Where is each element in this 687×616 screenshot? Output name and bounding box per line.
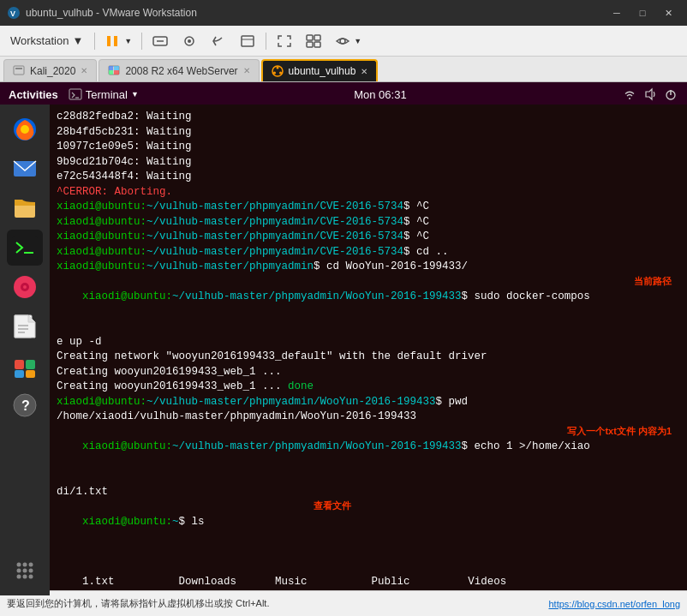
svg-rect-16 (15, 68, 22, 69)
tab-win2008-label: 2008 R2 x64 WebServer (125, 65, 237, 77)
window-title: ubuntu_vulhub - VMware Workstation (26, 7, 605, 19)
svg-rect-12 (307, 42, 313, 47)
sidebar: ? (0, 105, 50, 595)
title-bar: V ubuntu_vulhub - VMware Workstation ─ □… (0, 0, 687, 26)
clock: Mon 06:31 (139, 88, 622, 101)
ubuntu-topbar: Activities Terminal ▼ Mon 06:31 (0, 82, 687, 106)
help-icon: ? (12, 392, 38, 418)
terminal-line-10: xiaodi@ubuntu:~/vulhub-master/phpmyadmin… (57, 245, 680, 260)
tab-win2008-close[interactable]: ✕ (243, 66, 250, 75)
system-tray (622, 87, 678, 102)
terminal-menu-icon (69, 87, 82, 101)
svg-rect-8 (242, 36, 254, 46)
vmware-toolbar: Workstation ▼ ▼ (0, 26, 687, 57)
revert-icon (210, 33, 227, 49)
svg-point-25 (273, 72, 276, 75)
svg-rect-18 (109, 66, 113, 70)
sidebar-item-apps[interactable] (7, 553, 43, 589)
svg-point-14 (340, 39, 345, 44)
music-icon (12, 274, 38, 300)
dropdown-icon: ▼ (72, 34, 83, 47)
files-icon (12, 195, 38, 221)
full-screen-button[interactable] (271, 29, 298, 53)
toolbar-separator-3 (266, 33, 266, 50)
svg-rect-2 (107, 36, 111, 46)
tab-ubuntu-label: ubuntu_vulhub (289, 65, 356, 77)
terminal-line-8: xiaodi@ubuntu:~/vulhub-master/phpmyadmin… (57, 215, 680, 230)
vmware-icon: V (7, 6, 21, 20)
svg-rect-45 (26, 360, 35, 369)
svg-rect-3 (114, 36, 117, 46)
toolbar-separator-2 (141, 33, 142, 50)
terminal-line-9: xiaodi@ubuntu:~/vulhub-master/phpmyadmin… (57, 230, 680, 245)
suspend-button[interactable]: ▼ (99, 29, 137, 53)
svg-rect-15 (14, 66, 24, 75)
revert-button[interactable] (205, 29, 232, 53)
terminal-line-7: xiaodi@ubuntu:~/vulhub-master/phpmyadmin… (57, 200, 680, 215)
apps-grid-icon (13, 559, 37, 583)
snapshot-icon (181, 33, 198, 49)
kali-tab-icon (13, 65, 25, 77)
dropdown-arrow: ▼ (124, 37, 132, 45)
snapshot-button[interactable] (176, 29, 203, 53)
unity-button[interactable] (300, 29, 327, 53)
minimize-button[interactable]: ─ (605, 4, 629, 21)
svg-point-51 (23, 563, 27, 567)
maximize-button[interactable]: □ (630, 4, 654, 21)
tab-win2008[interactable]: 2008 R2 x64 WebServer ✕ (99, 59, 259, 81)
svg-point-53 (17, 569, 21, 573)
svg-point-24 (279, 72, 282, 75)
power-icon[interactable] (663, 87, 678, 102)
svg-point-57 (23, 575, 27, 579)
terminal-line-18: /home/xiaodi/vulhub-master/phpmyadmin/Wo… (57, 410, 680, 425)
volume-icon[interactable] (642, 87, 658, 102)
terminal-line-15: Creating wooyun2016199433_web_1 ... (57, 365, 680, 380)
full-screen-icon (276, 33, 293, 49)
svg-point-50 (17, 563, 21, 567)
url-link[interactable]: https://blog.csdn.net/orfen_long (549, 599, 681, 609)
terminal-line-19: xiaodi@ubuntu:~/vulhub-master/phpmyadmin… (57, 425, 680, 485)
terminal-line-3: 10977c1e09e5: Waiting (57, 140, 680, 155)
tab-ubuntu-close[interactable]: ✕ (361, 67, 367, 76)
firefox-icon (11, 116, 39, 143)
terminal-line-21: xiaodi@ubuntu:~$ ls 查看文件 (57, 499, 680, 559)
terminal-line-13: e up -d (57, 335, 680, 350)
terminal-line-16: Creating wooyun2016199433_web_1 ... done (57, 380, 680, 395)
svg-point-39 (23, 285, 27, 289)
tab-ubuntu[interactable]: ubuntu_vulhub ✕ (261, 59, 379, 81)
sidebar-item-help[interactable]: ? (7, 387, 43, 423)
hint-text: 要返回到您的计算机，请将鼠标指针从虚拟机移出或按 Ctrl+Alt. (7, 597, 549, 610)
terminal-line-11: xiaodi@ubuntu:~/vulhub-master/phpmyadmin… (57, 260, 680, 275)
send-ctrl-alt-del[interactable] (146, 29, 174, 53)
sidebar-item-music[interactable] (7, 269, 43, 305)
terminal-content[interactable]: c28d82fedba2: Waiting 28b4fd5cb231: Wait… (50, 105, 687, 590)
sidebar-item-document[interactable] (7, 308, 43, 344)
vm-settings-button[interactable] (234, 29, 261, 53)
svg-rect-11 (314, 35, 320, 40)
svg-rect-13 (314, 42, 320, 47)
tab-kali[interactable]: Kali_2020 ✕ (3, 59, 97, 81)
sidebar-item-files[interactable] (7, 190, 43, 226)
view-button[interactable]: ▼ (329, 29, 367, 53)
workstation-menu[interactable]: Workstation ▼ (3, 29, 90, 53)
network-icon[interactable] (622, 87, 637, 102)
sidebar-item-firefox[interactable] (7, 111, 43, 147)
activities-button[interactable]: Activities (9, 88, 58, 101)
sidebar-item-terminal[interactable] (7, 230, 43, 266)
svg-rect-10 (307, 35, 313, 40)
terminal-menu[interactable]: Terminal ▼ (69, 87, 139, 101)
close-button[interactable]: ✕ (656, 4, 680, 21)
terminal-line-ls1: 1.txt Downloads Music Public Videos (57, 559, 680, 590)
terminal-label: Terminal (86, 88, 128, 101)
svg-point-7 (188, 39, 191, 43)
terminal-line-4: 9b9cd21b704c: Waiting (57, 155, 680, 170)
sidebar-item-software[interactable] (7, 348, 43, 384)
terminal-line-20: di/1.txt (57, 485, 680, 500)
mail-icon (12, 156, 38, 182)
svg-point-56 (17, 575, 21, 579)
svg-point-54 (23, 569, 27, 573)
sidebar-item-mail[interactable] (7, 151, 43, 187)
terminal-line-14: Creating network "wooyun2016199433_defau… (57, 350, 680, 365)
svg-marker-28 (646, 89, 652, 99)
tab-kali-close[interactable]: ✕ (81, 66, 87, 75)
